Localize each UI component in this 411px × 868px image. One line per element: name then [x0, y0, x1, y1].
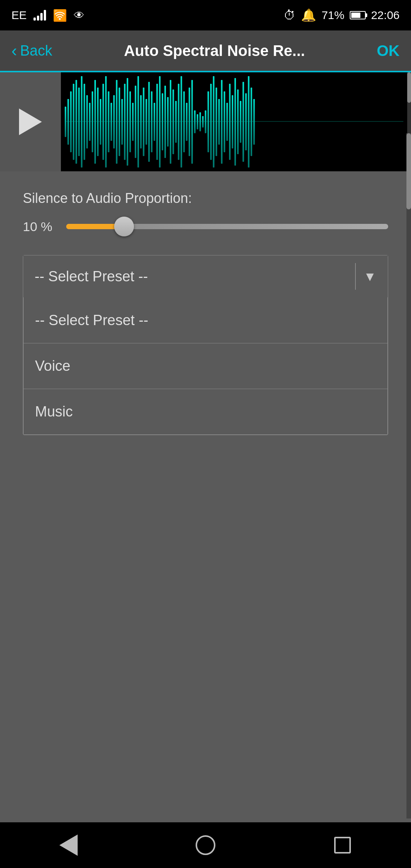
nav-back-button[interactable] — [55, 832, 82, 858]
main-content: Silence to Audio Proportion: 10 % -- Sel… — [0, 171, 411, 435]
eye-icon: 👁 — [74, 9, 84, 22]
status-left: EE 🛜 👁 — [11, 9, 84, 22]
slider-row: 10 % — [23, 217, 388, 236]
proportion-label: Silence to Audio Proportion: — [23, 190, 388, 206]
scrollbar-thumb[interactable] — [406, 133, 411, 209]
preset-dropdown-menu: -- Select Preset -- Voice Music — [23, 297, 388, 435]
nav-recent-icon — [334, 837, 351, 854]
back-chevron-icon: ‹ — [11, 41, 17, 60]
play-button[interactable] — [0, 72, 61, 171]
slider-container[interactable] — [66, 217, 388, 236]
dropdown-item-select-preset[interactable]: -- Select Preset -- — [24, 297, 387, 343]
back-button[interactable]: ‹ Back — [11, 41, 52, 60]
nav-recent-button[interactable] — [329, 832, 356, 858]
preset-dropdown-header[interactable]: -- Select Preset -- ▼ — [23, 255, 388, 297]
nav-home-icon — [196, 835, 215, 855]
status-bar: EE 🛜 👁 ⏱ 🔔 71% 22:06 — [0, 0, 411, 30]
carrier-text: EE — [11, 9, 27, 22]
alarm-icon: ⏱ — [284, 8, 296, 22]
dropdown-divider — [355, 263, 356, 290]
right-scrollbar[interactable] — [406, 133, 411, 819]
wifi-icon: 🛜 — [53, 9, 67, 22]
preset-dropdown-wrapper: -- Select Preset -- ▼ -- Select Preset -… — [23, 255, 388, 435]
bottom-navigation — [0, 822, 411, 868]
slider-value: 10 % — [23, 219, 57, 234]
nav-back-icon — [59, 834, 78, 856]
slider-track — [66, 224, 388, 229]
battery-icon — [350, 11, 366, 19]
play-triangle-icon — [19, 108, 42, 135]
nav-home-button[interactable] — [192, 832, 219, 858]
dropdown-item-label: Voice — [35, 358, 70, 374]
battery-text: 71% — [322, 9, 344, 22]
status-right: ⏱ 🔔 71% 22:06 — [284, 8, 400, 22]
waveform-display — [61, 72, 407, 171]
signal-icon — [33, 10, 46, 21]
ok-button[interactable]: OK — [377, 42, 400, 59]
dropdown-arrow-icon: ▼ — [363, 269, 376, 284]
dropdown-item-label: Music — [35, 404, 73, 420]
page-title: Auto Spectral Noise Re... — [60, 42, 369, 59]
notification-icon: 🔔 — [301, 8, 316, 22]
waveform-container — [0, 72, 411, 171]
slider-thumb[interactable] — [114, 217, 134, 236]
time-text: 22:06 — [371, 9, 400, 22]
toolbar: ‹ Back Auto Spectral Noise Re... OK — [0, 30, 411, 72]
dropdown-item-music[interactable]: Music — [24, 389, 387, 434]
back-label: Back — [20, 43, 52, 59]
dropdown-item-label: -- Select Preset -- — [35, 312, 148, 329]
dropdown-item-voice[interactable]: Voice — [24, 343, 387, 389]
svg-rect-71 — [65, 121, 403, 122]
dropdown-selected-text: -- Select Preset -- — [35, 268, 148, 285]
